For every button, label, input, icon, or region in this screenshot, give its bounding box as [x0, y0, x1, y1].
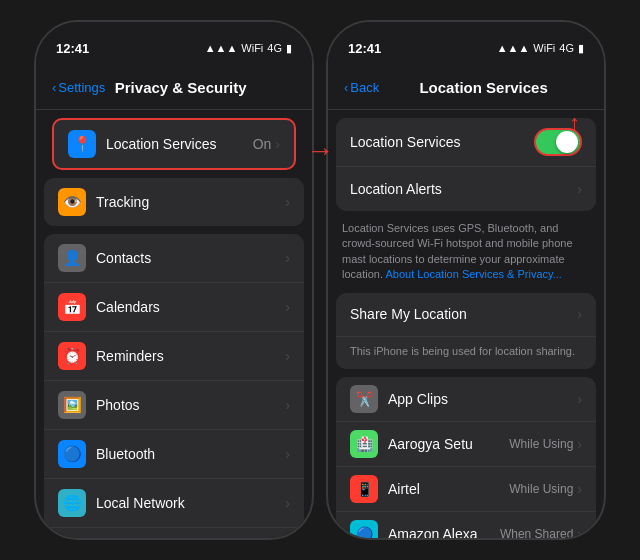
photos-icon: 🖼️ [58, 391, 86, 419]
alexa-icon: 🔵 [350, 520, 378, 538]
reminders-chevron: › [285, 348, 290, 364]
calendars-chevron: › [285, 299, 290, 315]
local-network-icon: 🌐 [58, 489, 86, 517]
aarogya-chevron: › [577, 436, 582, 452]
apps-group: ✂️ App Clips › 🏥 Aarogya Setu While Usin… [336, 377, 596, 538]
calendars-icon: 📅 [58, 293, 86, 321]
calendars-label: Calendars [96, 299, 285, 315]
alexa-label: Amazon Alexa [388, 526, 500, 538]
location-services-value: On [253, 136, 272, 152]
share-location-row[interactable]: Share My Location › [336, 293, 596, 337]
status-icons-right: ▲▲▲ WiFi 4G ▮ [497, 42, 584, 55]
battery-level: ▮ [286, 42, 292, 55]
status-bar-right: 12:41 ▲▲▲ WiFi 4G ▮ [328, 22, 604, 66]
airtel-chevron: › [577, 481, 582, 497]
airtel-value: While Using [509, 482, 573, 496]
alexa-row[interactable]: 🔵 Amazon Alexa When Shared › [336, 512, 596, 538]
back-chevron-r: ‹ [344, 80, 348, 95]
nearby-interactions-row[interactable]: 📡 Nearby Interactions › [44, 528, 304, 538]
contacts-chevron: › [285, 250, 290, 266]
bluetooth-chevron: › [285, 446, 290, 462]
bluetooth-icon: 🔵 [58, 440, 86, 468]
nav-bar-right: ‹ Back Location Services [328, 66, 604, 110]
location-alerts-row[interactable]: Location Alerts › [336, 167, 596, 211]
alexa-value: When Shared [500, 527, 573, 538]
alexa-chevron: › [577, 526, 582, 538]
app-clips-row[interactable]: ✂️ App Clips › [336, 377, 596, 422]
battery-icon: 4G [267, 42, 282, 54]
location-description: Location Services uses GPS, Bluetooth, a… [328, 215, 604, 293]
bluetooth-label: Bluetooth [96, 446, 285, 462]
location-scroll-content[interactable]: Location Services Location Alerts › ↑ [328, 110, 604, 538]
photos-row[interactable]: 🖼️ Photos › [44, 381, 304, 430]
app-clips-chevron: › [577, 391, 582, 407]
app-clips-icon: ✂️ [350, 385, 378, 413]
back-chevron-icon: ‹ [52, 80, 56, 95]
local-network-label: Local Network [96, 495, 285, 511]
share-location-group: Share My Location › This iPhone is being… [336, 293, 596, 369]
alerts-chevron: › [577, 181, 582, 197]
airtel-row[interactable]: 📱 Airtel While Using › [336, 467, 596, 512]
location-toggle-label: Location Services [350, 134, 534, 150]
page-title-privacy: Privacy & Security [65, 79, 296, 96]
location-icon: 📍 [68, 130, 96, 158]
bluetooth-row[interactable]: 🔵 Bluetooth › [44, 430, 304, 479]
location-services-label: Location Services [106, 136, 253, 152]
signal-icon-r: ▲▲▲ [497, 42, 530, 54]
airtel-label: Airtel [388, 481, 509, 497]
location-toggle-section: Location Services Location Alerts › ↑ [336, 118, 596, 211]
phone-location-services: 12:41 ▲▲▲ WiFi 4G ▮ ‹ Back Location Serv… [326, 20, 606, 540]
contacts-label: Contacts [96, 250, 285, 266]
contacts-icon: 👤 [58, 244, 86, 272]
photos-label: Photos [96, 397, 285, 413]
location-toggle-group: Location Services Location Alerts › [336, 118, 596, 211]
aarogya-row[interactable]: 🏥 Aarogya Setu While Using › [336, 422, 596, 467]
location-chevron-icon: › [275, 136, 280, 152]
annotation-arrow-right: ↑ [569, 110, 580, 136]
back-label-back: Back [350, 80, 379, 95]
local-network-row[interactable]: 🌐 Local Network › [44, 479, 304, 528]
signal-icon: ▲▲▲ [205, 42, 238, 54]
aarogya-value: While Using [509, 437, 573, 451]
status-icons-left: ▲▲▲ WiFi 4G ▮ [205, 42, 292, 55]
location-services-row[interactable]: 📍 Location Services On › [52, 118, 296, 170]
tracking-row[interactable]: 👁️ Tracking › [44, 178, 304, 226]
aarogya-icon: 🏥 [350, 430, 378, 458]
reminders-row[interactable]: ⏰ Reminders › [44, 332, 304, 381]
page-title-location: Location Services [379, 79, 588, 96]
time-left: 12:41 [56, 41, 89, 56]
share-location-sublabel: This iPhone is being used for location s… [336, 337, 596, 369]
nav-bar-left: ‹ Settings Privacy & Security [36, 66, 312, 110]
tracking-icon: 👁️ [58, 188, 86, 216]
reminders-icon: ⏰ [58, 342, 86, 370]
tracking-label: Tracking [96, 194, 285, 210]
status-bar-left: 12:41 ▲▲▲ WiFi 4G ▮ [36, 22, 312, 66]
contacts-row[interactable]: 👤 Contacts › [44, 234, 304, 283]
time-right: 12:41 [348, 41, 381, 56]
wifi-icon: WiFi [241, 42, 263, 54]
4g-icon-r: 4G [559, 42, 574, 54]
location-alerts-label: Location Alerts [350, 181, 577, 197]
wifi-icon-r: WiFi [533, 42, 555, 54]
privacy-items-group: 👤 Contacts › 📅 Calendars › ⏰ Reminders › [44, 234, 304, 538]
app-clips-label: App Clips [388, 391, 577, 407]
share-chevron: › [577, 306, 582, 322]
tracking-section: 👁️ Tracking › [44, 178, 304, 226]
location-toggle-row[interactable]: Location Services [336, 118, 596, 167]
description-link[interactable]: About Location Services & Privacy... [385, 268, 562, 280]
tracking-chevron-icon: › [285, 194, 290, 210]
privacy-scroll-content[interactable]: 📍 Location Services On › 👁️ [36, 110, 312, 538]
calendars-row[interactable]: 📅 Calendars › [44, 283, 304, 332]
aarogya-label: Aarogya Setu [388, 436, 509, 452]
reminders-label: Reminders [96, 348, 285, 364]
battery-icon-r: ▮ [578, 42, 584, 55]
airtel-icon: 📱 [350, 475, 378, 503]
share-location-label: Share My Location [350, 306, 577, 322]
local-network-chevron: › [285, 495, 290, 511]
phone-privacy-security: 12:41 ▲▲▲ WiFi 4G ▮ ‹ Settings Privacy &… [34, 20, 314, 540]
photos-chevron: › [285, 397, 290, 413]
location-services-section: 📍 Location Services On › [44, 118, 304, 170]
annotation-arrow-left: → [306, 135, 334, 167]
back-button-back[interactable]: ‹ Back [344, 80, 379, 95]
